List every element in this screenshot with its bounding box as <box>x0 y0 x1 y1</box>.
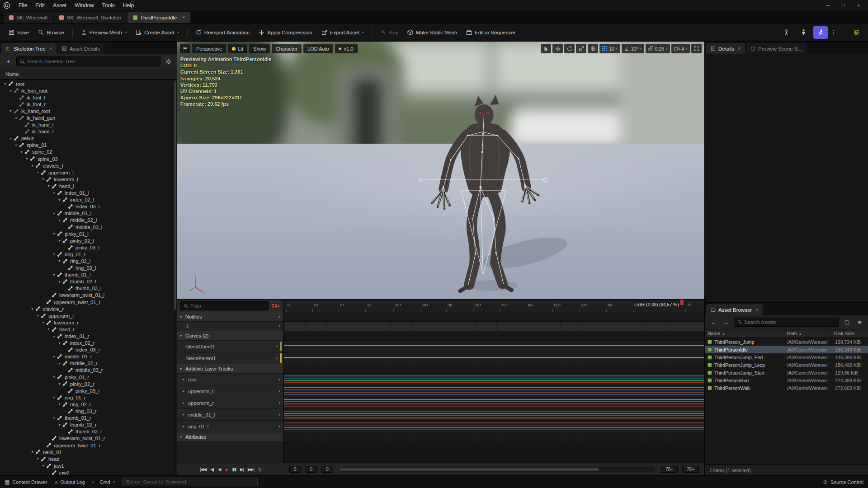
graph-row-middle-01-l[interactable] <box>284 409 704 421</box>
output-log-button[interactable]: ≡ Output Log <box>54 479 85 485</box>
lod-dropdown[interactable]: LOD Auto <box>303 44 333 53</box>
graph-row-notifies[interactable] <box>284 312 704 322</box>
track-options-chevron[interactable]: ▾ <box>277 413 282 417</box>
tree-row-index-02-r[interactable]: ▾index_02_r <box>0 340 177 347</box>
expand-chevron[interactable]: ▾ <box>30 450 35 454</box>
expand-chevron[interactable]: ▾ <box>3 82 8 86</box>
asset-search-box[interactable] <box>734 318 839 327</box>
tree-row-index-01-r[interactable]: ▾index_01_r <box>0 333 177 339</box>
animation-mode-button[interactable] <box>813 26 828 39</box>
track-filter-box[interactable] <box>180 301 269 310</box>
asset-row-thirdpersonrun[interactable]: ThirdPersonRun/All/Game/Werewol224,398 K… <box>705 376 868 384</box>
world-coordinate-icon[interactable] <box>588 44 598 53</box>
expand-chevron[interactable]: ▸ <box>183 413 188 417</box>
expand-chevron[interactable]: ▾ <box>30 307 35 311</box>
tab-details[interactable]: Details × <box>706 43 745 54</box>
tree-row-pinky-01-l[interactable]: ▾pinky_01_l <box>0 230 177 237</box>
asset-row-thirdpersonjump-start[interactable]: ThirdPersonJump_Start/All/Game/Werewol12… <box>705 369 868 376</box>
content-drawer-button[interactable]: ▦ Content Drawer <box>5 479 47 485</box>
expand-chevron[interactable]: ▾ <box>8 109 13 113</box>
unreal-logo-icon[interactable] <box>3 1 11 9</box>
expand-chevron[interactable]: ▾ <box>52 375 57 379</box>
tree-row-jaw2[interactable]: jaw2 <box>0 469 177 475</box>
reimport-animation-button[interactable]: Reimport Animation <box>192 27 254 38</box>
tree-row-upperarm-twist-01-l[interactable]: upperarm_twist_01_l <box>0 299 177 305</box>
expand-chevron[interactable]: ▾ <box>52 334 57 338</box>
graph-row-curves-2[interactable] <box>284 331 704 341</box>
range-value[interactable]: 0 <box>321 466 333 473</box>
skeleton-mode-button[interactable] <box>779 26 793 39</box>
track-options-chevron[interactable]: ▾ <box>277 401 282 405</box>
track-root[interactable]: ▸root▾ <box>177 374 283 385</box>
expand-chevron[interactable]: ▸ <box>183 401 188 405</box>
tree-row-hand-r[interactable]: ▾hand_r <box>0 326 177 333</box>
track-options-chevron[interactable]: ▾ <box>277 389 282 393</box>
tree-row-upperarm-r[interactable]: ▾upperarm_r <box>0 312 177 319</box>
tree-row-ring-02-l[interactable]: ▾ring_02_l <box>0 258 177 264</box>
editor-settings-button[interactable] <box>849 26 863 39</box>
close-icon[interactable]: × <box>182 15 185 20</box>
tree-row-thumb-02-r[interactable]: ▾thumb_02_r <box>0 422 177 428</box>
tree-row-ik-hand-gun[interactable]: ▾ik_hand_gun <box>0 114 177 121</box>
tree-row-pinky-03-l[interactable]: pinky_03_l <box>0 244 177 251</box>
scale-tool-icon[interactable] <box>576 44 586 53</box>
track-upperarm-l[interactable]: ▸upperarm_l▾ <box>177 385 283 397</box>
pause-button[interactable]: ▮▮ <box>232 467 236 472</box>
gear-icon[interactable] <box>163 56 173 66</box>
expand-chevron[interactable]: ▾ <box>46 184 51 188</box>
view-mode-dropdown[interactable]: Lit <box>228 44 247 53</box>
track-curves-2[interactable]: ▾Curves (2) <box>177 331 283 341</box>
expand-chevron[interactable]: ▾ <box>57 423 62 427</box>
track-blendparent1[interactable]: blendParent1▾ <box>177 352 283 364</box>
tree-row-upperarm-twist-01-r[interactable]: upperarm_twist_01_r <box>0 442 177 449</box>
tree-row-middle-02-r[interactable]: ▾middle_02_r <box>0 360 177 367</box>
expand-chevron[interactable]: ▾ <box>52 232 57 236</box>
tree-row-index-03-l[interactable]: index_03_l <box>0 203 177 210</box>
maximize-viewport-icon[interactable] <box>691 44 702 53</box>
close-icon[interactable]: × <box>49 46 52 51</box>
rotate-tool-icon[interactable] <box>564 44 575 53</box>
tree-row-ring-03-l[interactable]: ring_03_l <box>0 265 177 272</box>
viewport-menu-icon[interactable]: ≡ <box>180 44 190 53</box>
character-dropdown[interactable]: Character <box>272 44 302 53</box>
create-asset-button[interactable]: Create Asset ▾ <box>132 27 183 38</box>
tree-row-pinky-02-l[interactable]: ▾pinky_02_l <box>0 237 177 244</box>
tab-skeleton-tree[interactable]: Skeleton Tree × <box>1 43 57 54</box>
expand-chevron[interactable]: ▾ <box>14 143 19 147</box>
track-upperarm-r[interactable]: ▸upperarm_r▾ <box>177 397 283 409</box>
scale-snap-control[interactable]: 0,25▾ <box>646 44 670 53</box>
tree-row-middle-03-l[interactable]: middle_03_l <box>0 224 177 230</box>
graph-row-1[interactable] <box>284 322 704 331</box>
track-blendorient1[interactable]: blendOrient1▾ <box>177 341 283 352</box>
tree-row-spine-02[interactable]: ▾spine_02 <box>0 149 177 155</box>
edit-in-sequencer-button[interactable]: Edit in Sequencer <box>462 27 520 38</box>
timeline-graph-area[interactable]: 05+9+1520+24+3035+39+4550+54+6065+75 74+… <box>284 300 704 463</box>
asset-row-thirdpersonjump-loop[interactable]: ThirdPersonJump_Loop/All/Game/Werewol186… <box>705 361 868 369</box>
expand-chevron[interactable]: ▾ <box>57 361 62 366</box>
expand-chevron[interactable]: ▾ <box>19 150 24 154</box>
tree-row-lowerarm-l[interactable]: ▾lowerarm_l <box>0 176 177 183</box>
save-search-icon[interactable] <box>842 318 852 327</box>
more-options-icon[interactable]: ⋮ <box>830 29 837 36</box>
range-value[interactable]: 0 <box>289 466 301 473</box>
expand-chevron[interactable]: ▾ <box>57 382 62 386</box>
menu-file[interactable]: File <box>14 1 31 9</box>
go-to-front-button[interactable]: |◀◀ <box>200 467 206 472</box>
forward-button[interactable]: → <box>721 318 731 327</box>
tree-row-ring-01-l[interactable]: ▾ring_01_l <box>0 251 177 258</box>
graph-row-blendparent1[interactable] <box>284 352 704 364</box>
expand-chevron[interactable]: ▾ <box>52 416 57 420</box>
range-value[interactable]: 0 <box>306 466 317 473</box>
expand-chevron[interactable]: ▾ <box>52 395 57 399</box>
asset-tab-sk-werewolf-skeleton[interactable]: SK_Werewolf_Skeleton <box>54 12 127 23</box>
expand-chevron[interactable]: ▾ <box>8 89 13 93</box>
column-path[interactable]: Path▲ <box>784 329 831 338</box>
asset-row-thirdpersonjump-end[interactable]: ThirdPersonJump_End/All/Game/Werewol146,… <box>705 353 868 361</box>
tree-row-spine-03[interactable]: ▾spine_03 <box>0 155 177 162</box>
skeleton-search-box[interactable] <box>16 56 160 66</box>
track-1[interactable]: 1▾ <box>177 322 283 331</box>
close-icon[interactable]: × <box>755 307 758 312</box>
tree-row-thumb-02-l[interactable]: ▾thumb_02_l <box>0 278 177 285</box>
tree-row-thumb-03-r[interactable]: thumb_03_r <box>0 428 177 435</box>
track-options-chevron[interactable]: ▾ <box>277 324 282 328</box>
